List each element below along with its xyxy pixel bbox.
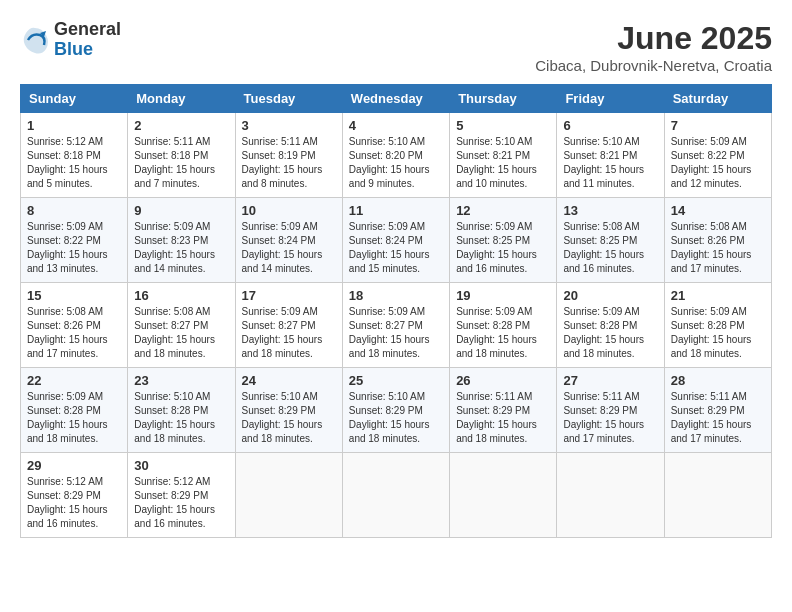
calendar-cell: 23Sunrise: 5:10 AMSunset: 8:28 PMDayligh…	[128, 368, 235, 453]
day-info: Sunrise: 5:09 AMSunset: 8:24 PMDaylight:…	[349, 220, 443, 276]
day-info: Sunrise: 5:11 AMSunset: 8:19 PMDaylight:…	[242, 135, 336, 191]
day-number: 15	[27, 288, 121, 303]
day-number: 21	[671, 288, 765, 303]
calendar-header-row: SundayMondayTuesdayWednesdayThursdayFrid…	[21, 85, 772, 113]
calendar-cell: 5Sunrise: 5:10 AMSunset: 8:21 PMDaylight…	[450, 113, 557, 198]
calendar-header-sunday: Sunday	[21, 85, 128, 113]
day-info: Sunrise: 5:08 AMSunset: 8:25 PMDaylight:…	[563, 220, 657, 276]
day-info: Sunrise: 5:10 AMSunset: 8:20 PMDaylight:…	[349, 135, 443, 191]
day-number: 11	[349, 203, 443, 218]
day-info: Sunrise: 5:09 AMSunset: 8:23 PMDaylight:…	[134, 220, 228, 276]
calendar-cell: 4Sunrise: 5:10 AMSunset: 8:20 PMDaylight…	[342, 113, 449, 198]
day-info: Sunrise: 5:12 AMSunset: 8:18 PMDaylight:…	[27, 135, 121, 191]
calendar-cell: 18Sunrise: 5:09 AMSunset: 8:27 PMDayligh…	[342, 283, 449, 368]
month-title: June 2025	[535, 20, 772, 57]
calendar: SundayMondayTuesdayWednesdayThursdayFrid…	[20, 84, 772, 538]
day-info: Sunrise: 5:10 AMSunset: 8:29 PMDaylight:…	[242, 390, 336, 446]
title-section: June 2025 Cibaca, Dubrovnik-Neretva, Cro…	[535, 20, 772, 74]
day-number: 27	[563, 373, 657, 388]
day-number: 24	[242, 373, 336, 388]
day-info: Sunrise: 5:09 AMSunset: 8:28 PMDaylight:…	[456, 305, 550, 361]
day-number: 20	[563, 288, 657, 303]
calendar-cell: 9Sunrise: 5:09 AMSunset: 8:23 PMDaylight…	[128, 198, 235, 283]
calendar-week-row-2: 8Sunrise: 5:09 AMSunset: 8:22 PMDaylight…	[21, 198, 772, 283]
day-info: Sunrise: 5:08 AMSunset: 8:27 PMDaylight:…	[134, 305, 228, 361]
day-number: 12	[456, 203, 550, 218]
day-info: Sunrise: 5:12 AMSunset: 8:29 PMDaylight:…	[134, 475, 228, 531]
calendar-header-thursday: Thursday	[450, 85, 557, 113]
calendar-cell: 24Sunrise: 5:10 AMSunset: 8:29 PMDayligh…	[235, 368, 342, 453]
calendar-cell: 7Sunrise: 5:09 AMSunset: 8:22 PMDaylight…	[664, 113, 771, 198]
day-info: Sunrise: 5:11 AMSunset: 8:29 PMDaylight:…	[563, 390, 657, 446]
header: General Blue June 2025 Cibaca, Dubrovnik…	[20, 20, 772, 74]
day-info: Sunrise: 5:09 AMSunset: 8:22 PMDaylight:…	[671, 135, 765, 191]
calendar-cell: 28Sunrise: 5:11 AMSunset: 8:29 PMDayligh…	[664, 368, 771, 453]
day-info: Sunrise: 5:09 AMSunset: 8:25 PMDaylight:…	[456, 220, 550, 276]
calendar-cell: 2Sunrise: 5:11 AMSunset: 8:18 PMDaylight…	[128, 113, 235, 198]
day-number: 9	[134, 203, 228, 218]
calendar-cell	[235, 453, 342, 538]
day-info: Sunrise: 5:08 AMSunset: 8:26 PMDaylight:…	[27, 305, 121, 361]
logo-general-text: General	[54, 20, 121, 40]
day-info: Sunrise: 5:11 AMSunset: 8:29 PMDaylight:…	[456, 390, 550, 446]
calendar-cell: 22Sunrise: 5:09 AMSunset: 8:28 PMDayligh…	[21, 368, 128, 453]
day-info: Sunrise: 5:10 AMSunset: 8:21 PMDaylight:…	[563, 135, 657, 191]
logo-text: General Blue	[54, 20, 121, 60]
calendar-cell: 26Sunrise: 5:11 AMSunset: 8:29 PMDayligh…	[450, 368, 557, 453]
calendar-cell: 15Sunrise: 5:08 AMSunset: 8:26 PMDayligh…	[21, 283, 128, 368]
day-info: Sunrise: 5:09 AMSunset: 8:27 PMDaylight:…	[242, 305, 336, 361]
day-info: Sunrise: 5:09 AMSunset: 8:28 PMDaylight:…	[563, 305, 657, 361]
day-number: 29	[27, 458, 121, 473]
day-number: 1	[27, 118, 121, 133]
day-info: Sunrise: 5:10 AMSunset: 8:28 PMDaylight:…	[134, 390, 228, 446]
calendar-header-wednesday: Wednesday	[342, 85, 449, 113]
day-number: 2	[134, 118, 228, 133]
day-number: 7	[671, 118, 765, 133]
day-number: 25	[349, 373, 443, 388]
calendar-cell	[342, 453, 449, 538]
calendar-cell: 10Sunrise: 5:09 AMSunset: 8:24 PMDayligh…	[235, 198, 342, 283]
day-info: Sunrise: 5:11 AMSunset: 8:18 PMDaylight:…	[134, 135, 228, 191]
day-info: Sunrise: 5:09 AMSunset: 8:28 PMDaylight:…	[671, 305, 765, 361]
day-number: 19	[456, 288, 550, 303]
calendar-cell: 11Sunrise: 5:09 AMSunset: 8:24 PMDayligh…	[342, 198, 449, 283]
day-number: 22	[27, 373, 121, 388]
calendar-cell: 21Sunrise: 5:09 AMSunset: 8:28 PMDayligh…	[664, 283, 771, 368]
calendar-cell: 30Sunrise: 5:12 AMSunset: 8:29 PMDayligh…	[128, 453, 235, 538]
day-info: Sunrise: 5:08 AMSunset: 8:26 PMDaylight:…	[671, 220, 765, 276]
calendar-cell: 1Sunrise: 5:12 AMSunset: 8:18 PMDaylight…	[21, 113, 128, 198]
calendar-cell: 12Sunrise: 5:09 AMSunset: 8:25 PMDayligh…	[450, 198, 557, 283]
day-number: 4	[349, 118, 443, 133]
logo-blue-text: Blue	[54, 40, 121, 60]
day-number: 5	[456, 118, 550, 133]
calendar-week-row-5: 29Sunrise: 5:12 AMSunset: 8:29 PMDayligh…	[21, 453, 772, 538]
day-number: 30	[134, 458, 228, 473]
calendar-cell	[557, 453, 664, 538]
calendar-cell: 29Sunrise: 5:12 AMSunset: 8:29 PMDayligh…	[21, 453, 128, 538]
day-info: Sunrise: 5:10 AMSunset: 8:21 PMDaylight:…	[456, 135, 550, 191]
calendar-cell: 16Sunrise: 5:08 AMSunset: 8:27 PMDayligh…	[128, 283, 235, 368]
day-number: 13	[563, 203, 657, 218]
calendar-cell: 19Sunrise: 5:09 AMSunset: 8:28 PMDayligh…	[450, 283, 557, 368]
day-info: Sunrise: 5:11 AMSunset: 8:29 PMDaylight:…	[671, 390, 765, 446]
day-info: Sunrise: 5:09 AMSunset: 8:28 PMDaylight:…	[27, 390, 121, 446]
day-number: 26	[456, 373, 550, 388]
calendar-header-friday: Friday	[557, 85, 664, 113]
day-number: 18	[349, 288, 443, 303]
day-number: 28	[671, 373, 765, 388]
location-title: Cibaca, Dubrovnik-Neretva, Croatia	[535, 57, 772, 74]
day-info: Sunrise: 5:10 AMSunset: 8:29 PMDaylight:…	[349, 390, 443, 446]
calendar-cell: 17Sunrise: 5:09 AMSunset: 8:27 PMDayligh…	[235, 283, 342, 368]
day-info: Sunrise: 5:09 AMSunset: 8:27 PMDaylight:…	[349, 305, 443, 361]
logo: General Blue	[20, 20, 121, 60]
calendar-cell: 25Sunrise: 5:10 AMSunset: 8:29 PMDayligh…	[342, 368, 449, 453]
calendar-week-row-1: 1Sunrise: 5:12 AMSunset: 8:18 PMDaylight…	[21, 113, 772, 198]
day-info: Sunrise: 5:09 AMSunset: 8:22 PMDaylight:…	[27, 220, 121, 276]
calendar-cell: 3Sunrise: 5:11 AMSunset: 8:19 PMDaylight…	[235, 113, 342, 198]
logo-icon	[20, 25, 50, 55]
calendar-header-monday: Monday	[128, 85, 235, 113]
calendar-cell: 8Sunrise: 5:09 AMSunset: 8:22 PMDaylight…	[21, 198, 128, 283]
day-number: 6	[563, 118, 657, 133]
day-number: 14	[671, 203, 765, 218]
day-info: Sunrise: 5:12 AMSunset: 8:29 PMDaylight:…	[27, 475, 121, 531]
